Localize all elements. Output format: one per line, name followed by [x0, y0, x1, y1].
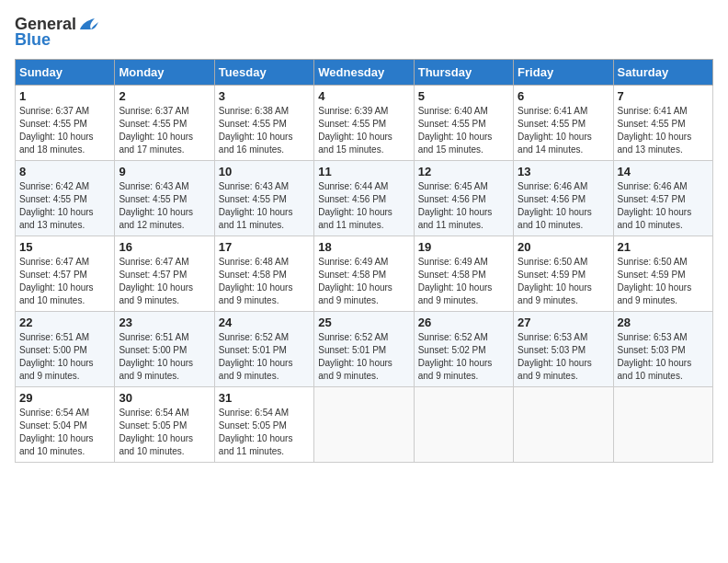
day-detail: Sunrise: 6:45 AMSunset: 4:56 PMDaylight:…: [418, 181, 493, 230]
calendar-cell: 18 Sunrise: 6:49 AMSunset: 4:58 PMDaylig…: [314, 236, 414, 312]
calendar-cell: 22 Sunrise: 6:51 AMSunset: 5:00 PMDaylig…: [16, 312, 115, 387]
calendar-cell: 12 Sunrise: 6:45 AMSunset: 4:56 PMDaylig…: [414, 161, 513, 236]
calendar-cell: [414, 387, 513, 463]
calendar-cell: 16 Sunrise: 6:47 AMSunset: 4:57 PMDaylig…: [115, 236, 214, 312]
day-detail: Sunrise: 6:51 AMSunset: 5:00 PMDaylight:…: [119, 332, 193, 381]
day-detail: Sunrise: 6:37 AMSunset: 4:55 PMDaylight:…: [119, 106, 193, 155]
day-number: 24: [219, 316, 310, 329]
day-detail: Sunrise: 6:46 AMSunset: 4:56 PMDaylight:…: [518, 181, 592, 230]
day-number: 7: [618, 89, 709, 103]
calendar-cell: 8 Sunrise: 6:42 AMSunset: 4:55 PMDayligh…: [16, 161, 115, 236]
calendar-cell: 27 Sunrise: 6:53 AMSunset: 5:03 PMDaylig…: [514, 312, 613, 387]
day-number: 2: [119, 89, 210, 103]
calendar-cell: 19 Sunrise: 6:49 AMSunset: 4:58 PMDaylig…: [414, 236, 513, 312]
day-number: 3: [219, 89, 310, 103]
day-number: 4: [318, 89, 409, 103]
day-detail: Sunrise: 6:41 AMSunset: 4:55 PMDaylight:…: [618, 106, 692, 155]
logo-bird-icon: [78, 17, 98, 33]
calendar-cell: 3 Sunrise: 6:38 AMSunset: 4:55 PMDayligh…: [214, 86, 313, 161]
calendar-cell: 2 Sunrise: 6:37 AMSunset: 4:55 PMDayligh…: [115, 86, 214, 161]
day-detail: Sunrise: 6:53 AMSunset: 5:03 PMDaylight:…: [518, 332, 592, 381]
calendar-week-row: 8 Sunrise: 6:42 AMSunset: 4:55 PMDayligh…: [16, 161, 713, 236]
day-detail: Sunrise: 6:54 AMSunset: 5:05 PMDaylight:…: [219, 408, 293, 456]
calendar-cell: 13 Sunrise: 6:46 AMSunset: 4:56 PMDaylig…: [514, 161, 613, 236]
calendar-cell: 5 Sunrise: 6:40 AMSunset: 4:55 PMDayligh…: [414, 86, 513, 161]
calendar-table: SundayMondayTuesdayWednesdayThursdayFrid…: [15, 59, 713, 463]
calendar-cell: 6 Sunrise: 6:41 AMSunset: 4:55 PMDayligh…: [514, 86, 613, 161]
day-number: 19: [418, 240, 509, 254]
day-detail: Sunrise: 6:46 AMSunset: 4:57 PMDaylight:…: [618, 181, 692, 230]
day-number: 12: [418, 165, 509, 178]
day-detail: Sunrise: 6:49 AMSunset: 4:58 PMDaylight:…: [418, 257, 493, 305]
calendar-cell: 25 Sunrise: 6:52 AMSunset: 5:01 PMDaylig…: [314, 312, 414, 387]
day-number: 28: [618, 316, 709, 329]
day-number: 14: [618, 165, 709, 178]
day-number: 26: [418, 316, 509, 329]
day-detail: Sunrise: 6:42 AMSunset: 4:55 PMDaylight:…: [19, 181, 94, 230]
day-detail: Sunrise: 6:38 AMSunset: 4:55 PMDaylight:…: [219, 106, 293, 155]
calendar-week-row: 1 Sunrise: 6:37 AMSunset: 4:55 PMDayligh…: [16, 86, 713, 161]
day-detail: Sunrise: 6:37 AMSunset: 4:55 PMDaylight:…: [19, 106, 94, 155]
calendar-week-row: 29 Sunrise: 6:54 AMSunset: 5:04 PMDaylig…: [16, 387, 713, 463]
day-number: 23: [119, 316, 210, 329]
calendar-cell: 9 Sunrise: 6:43 AMSunset: 4:55 PMDayligh…: [115, 161, 214, 236]
day-detail: Sunrise: 6:51 AMSunset: 5:00 PMDaylight:…: [19, 332, 94, 381]
day-number: 1: [19, 89, 110, 103]
calendar-cell: 11 Sunrise: 6:44 AMSunset: 4:56 PMDaylig…: [314, 161, 414, 236]
day-detail: Sunrise: 6:47 AMSunset: 4:57 PMDaylight:…: [119, 257, 193, 305]
day-detail: Sunrise: 6:50 AMSunset: 4:59 PMDaylight:…: [618, 257, 692, 305]
day-number: 10: [219, 165, 310, 178]
day-number: 13: [518, 165, 609, 178]
col-header-tuesday: Tuesday: [214, 60, 313, 86]
day-number: 11: [318, 165, 409, 178]
day-detail: Sunrise: 6:44 AMSunset: 4:56 PMDaylight:…: [318, 181, 392, 230]
col-header-thursday: Thursday: [414, 60, 513, 86]
calendar-cell: 10 Sunrise: 6:43 AMSunset: 4:55 PMDaylig…: [214, 161, 313, 236]
day-number: 31: [219, 391, 310, 405]
day-detail: Sunrise: 6:52 AMSunset: 5:01 PMDaylight:…: [219, 332, 293, 381]
day-number: 15: [19, 240, 110, 254]
calendar-cell: 24 Sunrise: 6:52 AMSunset: 5:01 PMDaylig…: [214, 312, 313, 387]
calendar-header-row: SundayMondayTuesdayWednesdayThursdayFrid…: [16, 60, 713, 86]
calendar-cell: 29 Sunrise: 6:54 AMSunset: 5:04 PMDaylig…: [16, 387, 115, 463]
col-header-saturday: Saturday: [613, 60, 712, 86]
day-detail: Sunrise: 6:54 AMSunset: 5:05 PMDaylight:…: [119, 408, 193, 456]
day-number: 29: [19, 391, 110, 405]
day-number: 17: [219, 240, 310, 254]
col-header-friday: Friday: [514, 60, 613, 86]
day-detail: Sunrise: 6:52 AMSunset: 5:02 PMDaylight:…: [418, 332, 493, 381]
calendar-cell: 31 Sunrise: 6:54 AMSunset: 5:05 PMDaylig…: [214, 387, 313, 463]
day-number: 21: [618, 240, 709, 254]
calendar-cell: 20 Sunrise: 6:50 AMSunset: 4:59 PMDaylig…: [514, 236, 613, 312]
day-number: 20: [518, 240, 609, 254]
day-number: 27: [518, 316, 609, 329]
day-number: 16: [119, 240, 210, 254]
calendar-cell: [514, 387, 613, 463]
day-number: 6: [518, 89, 609, 103]
day-detail: Sunrise: 6:53 AMSunset: 5:03 PMDaylight:…: [618, 332, 692, 381]
col-header-sunday: Sunday: [16, 60, 115, 86]
calendar-week-row: 15 Sunrise: 6:47 AMSunset: 4:57 PMDaylig…: [16, 236, 713, 312]
day-detail: Sunrise: 6:40 AMSunset: 4:55 PMDaylight:…: [418, 106, 493, 155]
day-detail: Sunrise: 6:50 AMSunset: 4:59 PMDaylight:…: [518, 257, 592, 305]
calendar-cell: 4 Sunrise: 6:39 AMSunset: 4:55 PMDayligh…: [314, 86, 414, 161]
calendar-cell: 30 Sunrise: 6:54 AMSunset: 5:05 PMDaylig…: [115, 387, 214, 463]
calendar-cell: 7 Sunrise: 6:41 AMSunset: 4:55 PMDayligh…: [613, 86, 712, 161]
day-detail: Sunrise: 6:41 AMSunset: 4:55 PMDaylight:…: [518, 106, 592, 155]
day-detail: Sunrise: 6:43 AMSunset: 4:55 PMDaylight:…: [119, 181, 193, 230]
col-header-monday: Monday: [115, 60, 214, 86]
day-number: 25: [318, 316, 409, 329]
calendar-cell: 28 Sunrise: 6:53 AMSunset: 5:03 PMDaylig…: [613, 312, 712, 387]
calendar-cell: 15 Sunrise: 6:47 AMSunset: 4:57 PMDaylig…: [16, 236, 115, 312]
day-detail: Sunrise: 6:43 AMSunset: 4:55 PMDaylight:…: [219, 181, 293, 230]
day-detail: Sunrise: 6:48 AMSunset: 4:58 PMDaylight:…: [219, 257, 293, 305]
calendar-cell: 26 Sunrise: 6:52 AMSunset: 5:02 PMDaylig…: [414, 312, 513, 387]
calendar-cell: 14 Sunrise: 6:46 AMSunset: 4:57 PMDaylig…: [613, 161, 712, 236]
day-detail: Sunrise: 6:47 AMSunset: 4:57 PMDaylight:…: [19, 257, 94, 305]
day-detail: Sunrise: 6:54 AMSunset: 5:04 PMDaylight:…: [19, 408, 94, 456]
day-detail: Sunrise: 6:49 AMSunset: 4:58 PMDaylight:…: [318, 257, 392, 305]
calendar-cell: 1 Sunrise: 6:37 AMSunset: 4:55 PMDayligh…: [16, 86, 115, 161]
day-number: 22: [19, 316, 110, 329]
calendar-cell: [613, 387, 712, 463]
page-header: General Blue: [15, 15, 713, 50]
